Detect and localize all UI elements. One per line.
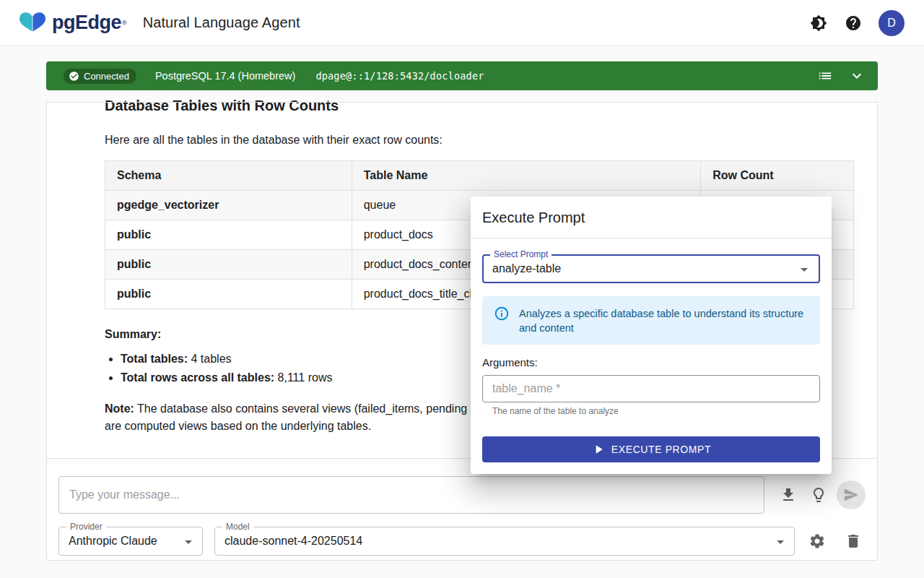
message-intro: Here are all the tables in the database … <box>105 133 853 147</box>
download-icon[interactable] <box>779 486 798 504</box>
chat-message-input[interactable] <box>58 476 764 514</box>
provider-select-value: Anthropic Claude <box>59 535 183 548</box>
column-header-schema: Schema <box>105 161 352 191</box>
input-helper-text: The name of the table to analyze <box>482 406 820 416</box>
model-select-value: claude-sonnet-4-20250514 <box>215 535 388 548</box>
prompt-info-alert: Analyzes a specific database table to un… <box>482 296 820 345</box>
prompt-description: Analyzes a specific database table to un… <box>519 306 808 335</box>
provider-select-label: Provider <box>66 522 106 532</box>
connection-dsn: dpage@::1/128:5432/docloader <box>315 70 484 82</box>
theme-toggle-icon[interactable] <box>809 14 828 33</box>
caret-down-icon <box>180 533 197 551</box>
connection-status-badge: Connected <box>64 69 136 84</box>
server-version: PostgreSQL 17.4 (Homebrew) <box>155 70 296 82</box>
lightbulb-icon[interactable] <box>809 486 828 504</box>
user-avatar[interactable]: D <box>879 10 905 36</box>
model-select[interactable]: Model claude-sonnet-4-20250514 <box>214 527 795 556</box>
cell-schema: public <box>105 280 352 309</box>
table-header-row: Schema Table Name Row Count <box>105 161 854 191</box>
column-header-row-count: Row Count <box>701 161 854 191</box>
connection-collapse-chevron-icon[interactable] <box>847 66 866 85</box>
pgedge-logo-icon <box>17 10 48 36</box>
prompt-select[interactable]: Select Prompt analyze-table <box>482 254 820 283</box>
provider-select[interactable]: Provider Anthropic Claude <box>58 527 203 556</box>
model-select-label: Model <box>222 522 253 532</box>
prompt-select-value: analyze-table <box>484 262 561 275</box>
app-header: pgEdge ® Natural Language Agent D <box>0 0 924 46</box>
connection-bar: Connected PostgreSQL 17.4 (Homebrew) dpa… <box>46 61 878 90</box>
play-icon <box>591 442 606 457</box>
cell-schema: public <box>105 250 352 280</box>
cell-schema: public <box>105 220 352 250</box>
column-header-table-name: Table Name <box>352 161 701 191</box>
page-title: Natural Language Agent <box>143 14 300 31</box>
dialog-title: Execute Prompt <box>471 197 832 238</box>
send-button[interactable] <box>837 480 866 509</box>
execute-prompt-button[interactable]: EXECUTE PROMPT <box>482 436 820 462</box>
settings-gear-icon[interactable] <box>808 532 827 551</box>
paper-plane-icon <box>843 487 859 503</box>
trash-icon[interactable] <box>844 532 863 551</box>
connection-status-label: Connected <box>84 71 129 82</box>
info-icon <box>494 306 510 322</box>
help-icon[interactable] <box>844 14 863 33</box>
pgedge-logo: pgEdge ® <box>17 10 127 36</box>
check-circle-icon <box>69 71 79 82</box>
cell-schema: pgedge_vectorizer <box>105 191 352 220</box>
execute-prompt-dialog: Execute Prompt Select Prompt analyze-tab… <box>471 197 832 474</box>
caret-down-icon <box>772 533 789 551</box>
caret-down-icon <box>796 261 813 278</box>
arguments-label: Arguments: <box>482 356 820 368</box>
pgedge-logo-text: pgEdge <box>52 12 121 34</box>
message-heading: Database Tables with Row Counts <box>105 95 853 116</box>
connection-list-icon[interactable] <box>816 66 834 85</box>
table-name-input[interactable] <box>482 375 820 402</box>
prompt-select-label: Select Prompt <box>490 249 552 259</box>
registered-mark: ® <box>122 20 127 27</box>
